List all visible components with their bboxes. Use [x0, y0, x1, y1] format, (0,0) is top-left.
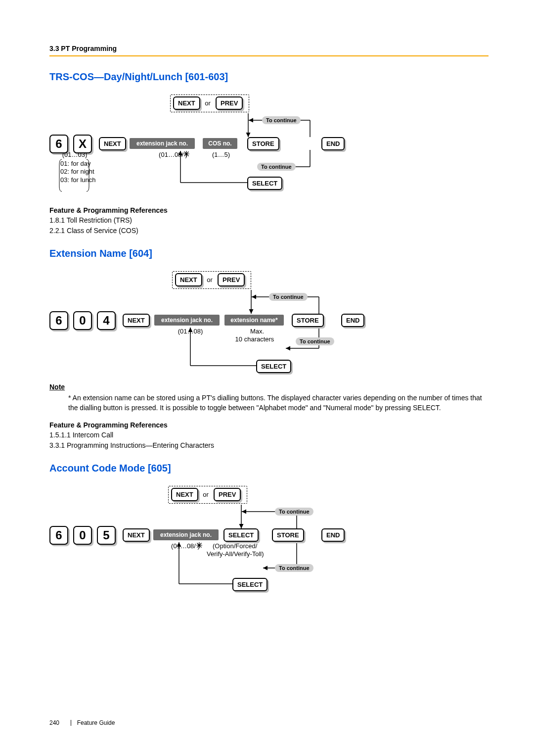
next-button[interactable]: NEXT: [99, 137, 126, 150]
extension-jack-field[interactable]: extension jack no.: [153, 529, 219, 540]
keypad-4[interactable]: 4: [97, 311, 116, 330]
keypad-0[interactable]: 0: [73, 311, 92, 330]
refs-heading: Feature & Programming References: [49, 421, 489, 429]
or-label: or: [200, 491, 212, 498]
select-inline-button[interactable]: SELECT: [223, 528, 259, 542]
next-button[interactable]: NEXT: [173, 96, 200, 110]
x-legend: 01: for day 02: for night 03: for lunch: [60, 160, 110, 184]
diagram-trs-cos: NEXT or PREV To continue 6 X NEXT extens…: [49, 88, 396, 201]
diagram-extension-name: NEXT or PREV To continue 6 0 4 NEXT exte…: [49, 264, 396, 378]
extension-name-field[interactable]: extension name*: [224, 315, 284, 326]
to-continue-pill: To continue: [275, 564, 313, 572]
end-button[interactable]: END: [321, 137, 345, 150]
extension-jack-field[interactable]: extension jack no.: [130, 138, 195, 149]
store-button[interactable]: STORE: [272, 528, 304, 542]
store-button[interactable]: STORE: [292, 314, 324, 327]
refs-heading: Feature & Programming References: [49, 206, 489, 214]
jack-range: (01…08/ ): [158, 542, 213, 550]
select-button[interactable]: SELECT: [232, 578, 267, 591]
select-note: (Option/Forced/: [213, 542, 282, 550]
diagram-account-code: NEXT or PREV To continue 6 0 5 NEXT exte…: [49, 479, 396, 593]
note-body: * An extension name can be stored using …: [68, 393, 489, 413]
jack-range: (01…08): [173, 328, 208, 335]
breadcrumb: 3.3 PT Programming: [49, 45, 489, 52]
end-button[interactable]: END: [341, 314, 364, 327]
or-label: or: [204, 276, 216, 284]
select-note2: Verify-All/Verify-Toll): [207, 550, 291, 558]
star-icon: [196, 542, 203, 549]
to-continue-pill: To continue: [296, 337, 334, 345]
section-title-account-code: Account Code Mode [605]: [49, 463, 489, 474]
star-icon: [183, 150, 190, 157]
or-label: or: [202, 99, 214, 107]
to-continue-pill: To continue: [269, 293, 308, 301]
page-footer: 240 Feature Guide: [49, 719, 115, 726]
refs-list: 1.8.1 Toll Restriction (TRS) 2.2.1 Class…: [49, 215, 489, 236]
keypad-0[interactable]: 0: [73, 526, 92, 545]
extname-note2: 10 characters: [227, 335, 282, 343]
to-continue-pill: To continue: [275, 508, 313, 516]
next-button[interactable]: NEXT: [123, 314, 150, 327]
next-button[interactable]: NEXT: [175, 273, 202, 286]
select-button[interactable]: SELECT: [256, 360, 291, 373]
to-continue-pill: To continue: [262, 116, 301, 124]
prev-button[interactable]: PREV: [214, 488, 241, 501]
keypad-6[interactable]: 6: [49, 311, 68, 330]
keypad-6[interactable]: 6: [49, 526, 68, 545]
x-range: (01…03): [58, 151, 91, 158]
keypad-5[interactable]: 5: [97, 526, 116, 545]
jack-range: (01…08/ ): [146, 151, 200, 158]
section-title-extension-name: Extension Name [604]: [49, 248, 489, 259]
extname-note: Max.: [237, 328, 277, 335]
end-button[interactable]: END: [321, 528, 345, 542]
store-button[interactable]: STORE: [247, 137, 279, 150]
next-button[interactable]: NEXT: [171, 488, 198, 501]
prev-button[interactable]: PREV: [216, 96, 243, 110]
cos-range: (1…5): [209, 151, 233, 158]
note-heading: Note: [49, 383, 489, 391]
prev-button[interactable]: PREV: [218, 273, 245, 286]
section-title-trs-cos: TRS-COS—Day/Night/Lunch [601-603]: [49, 71, 489, 83]
select-button[interactable]: SELECT: [247, 177, 282, 190]
cos-no-field[interactable]: COS no.: [203, 138, 237, 149]
divider: [49, 55, 489, 56]
extension-jack-field[interactable]: extension jack no.: [154, 315, 220, 326]
next-button[interactable]: NEXT: [123, 528, 150, 542]
refs-list: 1.5.1.1 Intercom Call 3.3.1 Programming …: [49, 430, 489, 451]
to-continue-pill: To continue: [257, 163, 296, 171]
